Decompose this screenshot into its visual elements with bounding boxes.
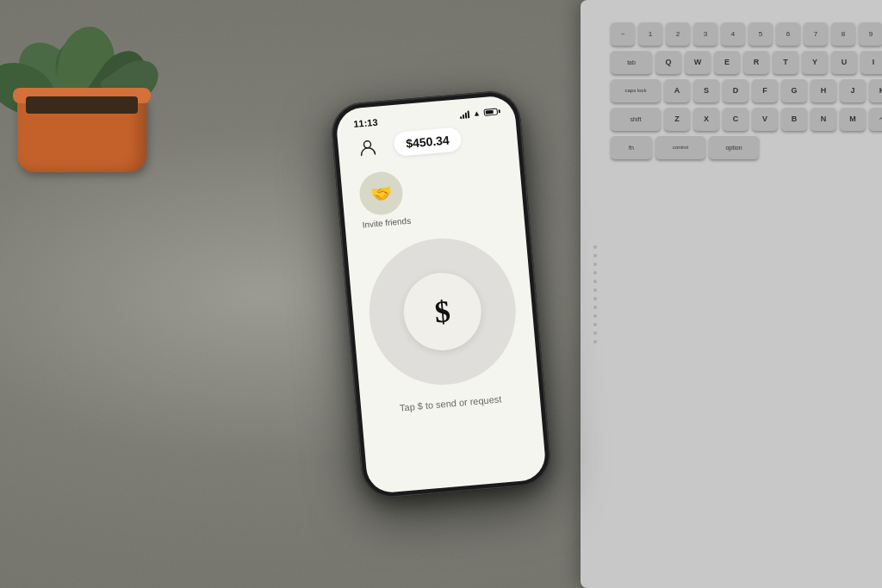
- key-option[interactable]: option: [709, 135, 759, 159]
- key-x[interactable]: X: [693, 107, 719, 131]
- keyboard-row-1: ~ 1 2 3 4 5 6 7 8 9 0: [611, 22, 882, 46]
- invite-emoji: 🤝: [370, 182, 393, 204]
- key-y[interactable]: Y: [802, 50, 828, 74]
- key-tab[interactable]: tab: [611, 50, 652, 74]
- key-v[interactable]: V: [752, 107, 778, 131]
- key-q[interactable]: Q: [655, 50, 681, 74]
- speaker-hole: [593, 245, 597, 249]
- signal-bar-4: [468, 110, 470, 118]
- key-3[interactable]: 3: [693, 22, 717, 46]
- plant-decoration: [0, 0, 181, 172]
- phone: 11:13 ▲: [329, 89, 552, 499]
- keyboard-row-5: fn control option: [611, 135, 882, 159]
- phone-outer: 11:13 ▲: [329, 89, 552, 499]
- speaker-hole: [593, 314, 597, 318]
- speaker-hole: [593, 323, 597, 326]
- key-j[interactable]: J: [840, 78, 866, 102]
- key-h[interactable]: H: [811, 78, 836, 102]
- speaker-hole: [593, 254, 597, 257]
- signal-icon: [460, 109, 470, 119]
- wifi-icon: ▲: [472, 108, 481, 118]
- key-control[interactable]: control: [655, 135, 705, 159]
- invite-avatar[interactable]: 🤝: [357, 170, 404, 216]
- key-n[interactable]: N: [811, 107, 836, 131]
- key-k[interactable]: K: [869, 78, 882, 102]
- speaker-hole: [593, 331, 597, 335]
- battery-fill: [486, 109, 494, 114]
- key-comma[interactable]: ^: [869, 107, 882, 131]
- key-8[interactable]: 8: [831, 22, 855, 46]
- key-a[interactable]: A: [664, 78, 690, 102]
- key-6[interactable]: 6: [776, 22, 800, 46]
- phone-screen: 11:13 ▲: [335, 94, 547, 493]
- keyboard-row-4: shift Z X C V B N M ^ ⌦: [611, 107, 882, 131]
- dollar-sign: $: [433, 293, 452, 330]
- key-1[interactable]: 1: [638, 22, 662, 46]
- key-u[interactable]: U: [831, 50, 857, 74]
- user-profile-icon[interactable]: [355, 133, 381, 159]
- key-b[interactable]: B: [781, 107, 807, 131]
- laptop: ~ 1 2 3 4 5 6 7 8 9 0 tab Q W E R T Y: [572, 0, 882, 588]
- outer-circle: $: [363, 232, 522, 390]
- key-9[interactable]: 9: [859, 22, 882, 46]
- speaker-hole: [593, 280, 597, 283]
- key-fn[interactable]: fn: [611, 135, 652, 159]
- svg-point-0: [363, 140, 371, 148]
- keyboard-row-3: caps lock A S D F G H J K L: [611, 78, 882, 102]
- status-time: 11:13: [353, 116, 378, 128]
- battery-icon: [483, 108, 498, 115]
- key-5[interactable]: 5: [748, 22, 773, 46]
- balance-amount: $450.34: [406, 133, 450, 150]
- speaker-hole: [593, 288, 597, 292]
- key-z[interactable]: Z: [664, 107, 690, 131]
- balance-display[interactable]: $450.34: [393, 127, 463, 157]
- key-caps-lock[interactable]: caps lock: [611, 78, 661, 102]
- key-i[interactable]: I: [860, 50, 882, 74]
- key-f[interactable]: F: [752, 78, 778, 102]
- speaker-hole: [593, 297, 597, 300]
- invite-label: Invite friends: [362, 215, 411, 229]
- speaker-hole: [593, 340, 597, 344]
- keyboard-row-2: tab Q W E R T Y U I O P: [611, 50, 882, 74]
- speaker-hole: [593, 271, 597, 275]
- key-shift[interactable]: shift: [611, 107, 661, 131]
- key-g[interactable]: G: [781, 78, 807, 102]
- key-w[interactable]: W: [685, 50, 711, 74]
- keyboard-area: ~ 1 2 3 4 5 6 7 8 9 0 tab Q W E R T Y: [598, 0, 882, 588]
- signal-bar-1: [460, 116, 462, 119]
- key-d[interactable]: D: [723, 78, 748, 102]
- soil: [26, 96, 138, 114]
- speaker-hole: [593, 263, 597, 266]
- key-4[interactable]: 4: [721, 22, 745, 46]
- key-e[interactable]: E: [714, 50, 740, 74]
- laptop-body: ~ 1 2 3 4 5 6 7 8 9 0 tab Q W E R T Y: [581, 0, 882, 588]
- key-7[interactable]: 7: [804, 22, 828, 46]
- key-s[interactable]: S: [693, 78, 719, 102]
- dollar-button[interactable]: $: [401, 269, 485, 354]
- key-r[interactable]: R: [743, 50, 769, 74]
- key-c[interactable]: C: [723, 107, 748, 131]
- key-m[interactable]: M: [840, 107, 866, 131]
- key-2[interactable]: 2: [666, 22, 690, 46]
- key-t[interactable]: T: [773, 50, 798, 74]
- plant-pot: [17, 95, 146, 172]
- speaker-hole: [593, 306, 597, 309]
- key-tilde[interactable]: ~: [611, 22, 635, 46]
- main-action-area: $ Tap $ to send or request: [346, 222, 541, 424]
- tap-instruction: Tap $ to send or request: [399, 393, 501, 412]
- status-icons: ▲: [460, 107, 499, 119]
